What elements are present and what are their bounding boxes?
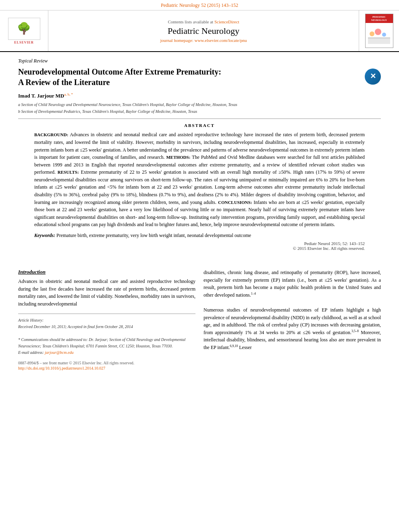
ref-3-5-8: 3,5–8 xyxy=(351,329,359,333)
article-type: Topical Review xyxy=(18,58,381,64)
affiliations-block: a Section of Child Neurology and Develop… xyxy=(18,102,381,114)
elsevier-logo: 🌳 ELSEVIER xyxy=(8,18,40,44)
sciencedirect-line: Contents lists available at ScienceDirec… xyxy=(168,19,239,24)
journal-title: Pediatric Neurology xyxy=(168,26,239,36)
journal-citation-bar: Pediatric Neurology 52 (2015) 143–152 xyxy=(0,0,399,10)
ref-6-9-10: 6,9,10 xyxy=(230,344,238,348)
article-title-text: Neurodevelopmental Outcome After Extreme… xyxy=(18,66,365,87)
doi-text[interactable]: http://dx.doi.org/10.1016/j.pediatrneuro… xyxy=(18,366,195,370)
methods-label: METHODS: xyxy=(166,155,190,160)
intro-right-para1: disabilities, chronic lung disease, and … xyxy=(204,269,381,351)
background-label: BACKGROUND: xyxy=(34,132,68,137)
article-content: Topical Review Neurodevelopmental Outcom… xyxy=(0,52,399,265)
separator xyxy=(18,118,381,119)
journal-header-center: Contents lists available at ScienceDirec… xyxy=(48,10,359,51)
page-header: 🌳 ELSEVIER Contents lists available at S… xyxy=(0,10,399,52)
author-name: Imad T. Jarjour MD xyxy=(18,93,64,99)
keywords-line: Keywords: Premature birth, extreme prema… xyxy=(34,232,365,239)
affiliation-b: b Section of Developmental Pediatrics, T… xyxy=(18,108,381,114)
copyright-line: © 2015 Elsevier Inc. All rights reserved… xyxy=(34,246,365,251)
elsevier-wordmark: ELSEVIER xyxy=(14,41,33,44)
footer-issn-block: 0887-8994/$ – see front matter © 2015 El… xyxy=(18,360,195,370)
article-history: Article History: Received December 10, 2… xyxy=(18,317,195,356)
introduction-title: Introduction xyxy=(18,269,195,275)
svg-rect-0 xyxy=(368,38,390,44)
svg-point-3 xyxy=(382,33,386,37)
abstract-header: ABSTRACT xyxy=(34,123,365,128)
keywords-label: Keywords: xyxy=(34,233,55,238)
received-text: Received December 10, 2013; Accepted in … xyxy=(18,324,133,329)
elsevier-logo-container: 🌳 ELSEVIER xyxy=(0,10,48,51)
two-column-layout: Introduction Advances in obstetric and n… xyxy=(0,269,399,370)
abstract-section: ABSTRACT BACKGROUND: Advances in obstetr… xyxy=(18,123,381,251)
keywords-text: Premature birth, extreme prematurity, ve… xyxy=(56,233,251,238)
article-history-block: Article History: Received December 10, 2… xyxy=(18,314,195,356)
sciencedirect-link[interactable]: ScienceDirect xyxy=(214,19,239,24)
journal-cover-container: PEDIATRIC NEUROLOGY xyxy=(359,10,399,51)
journal-cover: PEDIATRIC NEUROLOGY xyxy=(365,14,393,48)
journal-citation-text: Pediatric Neurology 52 (2015) 143–152 xyxy=(161,2,238,8)
journal-cover-title: PEDIATRIC NEUROLOGY xyxy=(366,14,393,23)
affiliation-a: a Section of Child Neurology and Develop… xyxy=(18,102,381,108)
column-left: Introduction Advances in obstetric and n… xyxy=(18,269,195,370)
svg-point-1 xyxy=(370,31,374,36)
email-label: E-mail address: xyxy=(18,350,44,355)
results-label: RESULTS: xyxy=(58,170,79,175)
elsevier-logo-image: 🌳 xyxy=(8,18,40,40)
crossmark-badge[interactable]: ✕ xyxy=(365,69,381,85)
svg-point-2 xyxy=(375,29,381,35)
author-line: Imad T. Jarjour MDa, b, * xyxy=(18,92,381,99)
issn-text: 0887-8994/$ – see front matter © 2015 El… xyxy=(18,360,195,366)
article-title-block: Neurodevelopmental Outcome After Extreme… xyxy=(18,66,381,87)
abstract-text: BACKGROUND: Advances in obstetric and ne… xyxy=(34,131,365,229)
correspondence-text: * Communications should be addressed to:… xyxy=(18,337,185,348)
citation-line: Pediatr Neurol 2015; 52: 143–152 xyxy=(34,241,365,246)
email-address[interactable]: jarjour@bcm.edu xyxy=(45,350,73,355)
tree-icon: 🌳 xyxy=(17,23,31,34)
column-right: disabilities, chronic lung disease, and … xyxy=(204,269,381,370)
journal-cover-body xyxy=(366,23,393,47)
article-history-label: Article History: xyxy=(18,318,44,322)
conclusions-label: CONCLUSIONS: xyxy=(218,200,252,205)
journal-homepage: journal homepage: www.elsevier.com/locat… xyxy=(160,38,247,43)
author-affiliations-sup: a, b, * xyxy=(64,92,73,96)
ref-1-4: 1–4 xyxy=(251,292,256,295)
cover-illustration xyxy=(368,26,390,44)
intro-left-text: Advances in obstetric and neonatal medic… xyxy=(18,278,195,308)
